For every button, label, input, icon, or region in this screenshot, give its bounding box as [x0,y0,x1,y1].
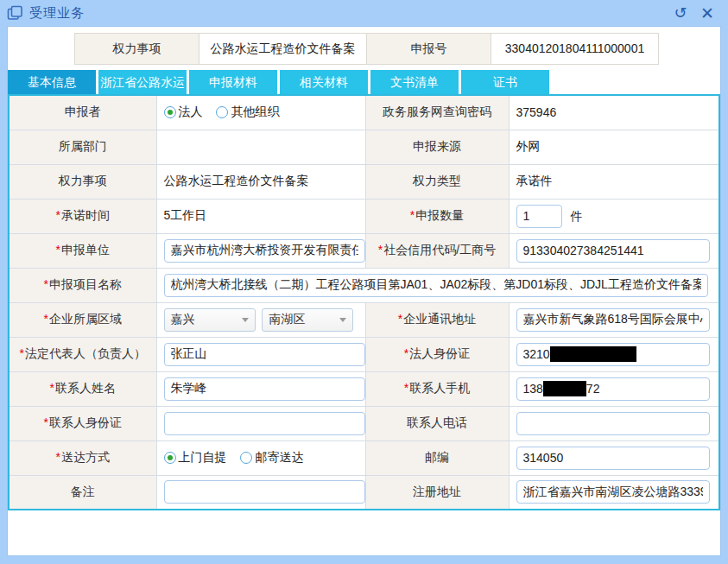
accept-business-window: 受理业务 ↺ ✕ 权力事项 公路水运工程造价文件备案 申报号 330401201… [0,0,728,564]
tab-declare-materials[interactable]: 申报材料 [189,70,277,94]
declare-count-input[interactable] [516,205,562,228]
radio-mail-delivery[interactable]: 邮寄送达 [240,450,303,466]
form-row: *送达方式 上门自提 邮寄送达 邮编 [9,440,719,475]
contact-mobile-cell: 138 72 [509,371,719,406]
required-mark: * [56,243,60,257]
bottom-whitespace [8,510,720,555]
promise-time-value: 5工作日 [156,199,365,233]
radio-selected-icon [164,106,176,118]
radio-mail-delivery-label: 邮寄送达 [255,450,303,466]
power-item-header-label: 权力事项 [74,33,199,65]
power-type-label: 权力类型 [365,164,509,199]
legal-person-cell [156,337,365,371]
required-mark: * [404,346,408,360]
form-row: 权力事项 公路水运工程造价文件备案 权力类型 承诺件 [9,164,719,199]
contact-name-label: *联系人姓名 [9,371,156,406]
region-label: *企业所属区域 [9,302,156,337]
delivery-cell: 上门自提 邮寄送达 [156,440,365,475]
region-district-select[interactable]: 南湖区 [262,308,353,332]
promise-time-label: *承诺时间 [9,199,156,233]
form-row: 备注 注册地址 [9,475,719,510]
redaction-block [550,346,636,362]
tab-related-materials[interactable]: 相关材料 [280,70,368,94]
contact-phone-input[interactable] [516,412,711,435]
radio-legal-person-label: 法人 [179,105,203,120]
zipcode-input[interactable] [516,447,711,470]
header-strip: 权力事项 公路水运工程造价文件备案 申报号 330401201804111000… [74,33,720,65]
tab-bar: 基本信息 浙江省公路水运 申报材料 相关材料 文书清单 证书 [8,70,720,94]
region-district-value: 南湖区 [269,312,305,327]
declare-no-header-label: 申报号 [366,33,491,65]
radio-unselected-icon [216,106,228,118]
declare-unit-label: *申报单位 [9,233,156,268]
tab-zhejiang-highway[interactable]: 浙江省公路水运 [98,70,187,94]
project-name-label: *申报项目名称 [9,268,156,302]
credit-code-input[interactable] [516,239,711,263]
power-item-value: 公路水运工程造价文件备案 [156,164,365,199]
contact-mobile-input[interactable]: 138 72 [516,377,711,401]
declare-count-cell: 件 [509,199,719,233]
main-panel: 权力事项 公路水运工程造价文件备案 申报号 330401201804111000… [7,26,721,556]
company-address-cell [509,302,719,337]
zipcode-label: 邮编 [365,440,509,475]
power-item-header-value: 公路水运工程造价文件备案 [199,33,367,65]
required-mark: * [56,450,60,464]
remark-input[interactable] [164,480,365,504]
form-row: *法定代表人（负责人） *法人身份证 3210 [9,337,719,371]
delivery-label: *送达方式 [9,440,156,475]
refresh-icon[interactable]: ↺ [670,5,691,21]
register-address-input[interactable] [516,480,711,504]
tab-basic-info[interactable]: 基本信息 [8,70,96,94]
project-name-input[interactable] [164,274,709,297]
form-row: 所属部门 申报来源 外网 [9,130,719,164]
declare-count-label: *申报数量 [365,199,509,233]
radio-self-pickup[interactable]: 上门自提 [164,450,227,466]
department-value [156,130,365,164]
contact-id-label: *联系人身份证 [9,406,156,440]
declare-unit-cell [156,233,365,268]
required-mark: * [398,312,402,326]
contact-id-input[interactable] [164,412,365,435]
contact-name-cell [156,371,365,406]
register-address-cell [509,475,719,510]
tab-certificate[interactable]: 证书 [461,70,549,94]
remark-label: 备注 [9,475,156,510]
tab-document-list[interactable]: 文书清单 [370,70,459,94]
required-mark: * [410,208,415,222]
form-row: *申报项目名称 [9,268,719,302]
radio-unselected-icon [240,452,252,464]
company-address-input[interactable] [516,308,711,332]
region-city-select[interactable]: 嘉兴 [164,308,256,332]
close-icon[interactable]: ✕ [697,5,718,22]
radio-other-org[interactable]: 其他组织 [216,105,279,120]
required-mark: * [50,381,54,395]
legal-id-input[interactable]: 3210 [516,343,711,366]
legal-person-input[interactable] [164,343,365,366]
zipcode-cell [509,440,719,475]
required-mark: * [404,381,408,395]
department-label: 所属部门 [9,130,156,164]
required-mark: * [378,243,383,257]
declarer-label: 申报者 [9,95,156,130]
basic-info-form: 申报者 法人 其他组织 政务服务网查询密码 375946 所属部门 [8,94,720,510]
contact-id-cell [156,406,365,440]
register-address-label: 注册地址 [365,475,509,510]
redaction-block [543,381,586,396]
legal-id-label: *法人身份证 [365,337,509,371]
declare-unit-input[interactable] [164,239,365,263]
contact-mobile-label: *联系人手机 [365,371,509,406]
contact-name-input[interactable] [164,377,365,401]
power-item-label: 权力事项 [9,164,156,199]
declare-source-value: 外网 [509,130,719,164]
form-row: *承诺时间 5工作日 *申报数量 件 [9,199,719,233]
window-icon [7,5,23,22]
declare-count-unit: 件 [570,209,582,223]
contact-phone-cell [509,406,719,440]
radio-legal-person[interactable]: 法人 [164,105,203,120]
required-mark: * [56,208,60,222]
legal-id-prefix: 3210 [523,347,550,361]
remark-cell [156,475,365,510]
credit-code-cell [509,233,719,268]
declare-source-label: 申报来源 [365,130,509,164]
window-title: 受理业务 [29,5,85,22]
